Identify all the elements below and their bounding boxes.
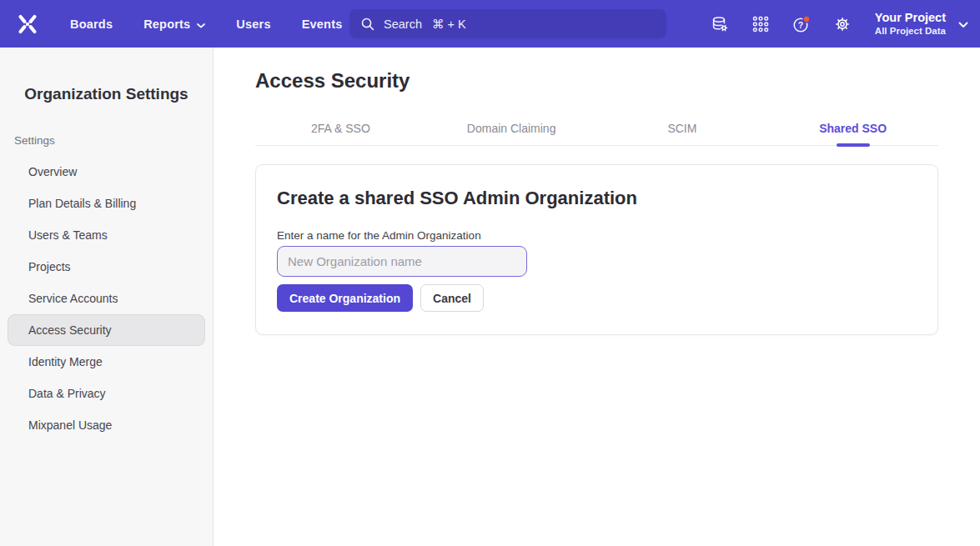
- top-navbar: Boards Reports Users Events Search ⌘ + K: [0, 0, 980, 48]
- primary-nav: Boards Reports Users Events: [70, 18, 342, 31]
- sidebar-item-service-accounts[interactable]: Service Accounts: [8, 283, 205, 314]
- data-management-icon[interactable]: [710, 14, 730, 34]
- search-shortcut: ⌘ + K: [432, 18, 466, 31]
- sidebar-section-label: Settings: [14, 134, 213, 147]
- create-sso-org-card: Create a shared SSO Admin Organization E…: [255, 164, 938, 335]
- chevron-down-icon: [958, 17, 968, 32]
- settings-gear-icon[interactable]: [832, 14, 852, 34]
- nav-item-users[interactable]: Users: [236, 18, 270, 31]
- notification-dot: [803, 16, 810, 23]
- sidebar-item-data-privacy[interactable]: Data & Privacy: [8, 378, 205, 409]
- project-name: Your Project: [875, 10, 946, 26]
- help-icon[interactable]: ?: [792, 14, 812, 34]
- sidebar-item-plan-details-billing[interactable]: Plan Details & Billing: [8, 188, 205, 219]
- project-data-view: All Project Data: [875, 25, 946, 38]
- sidebar-item-mixpanel-usage[interactable]: Mixpanel Usage: [8, 409, 205, 441]
- main-content: Access Security 2FA & SSO Domain Claimin…: [214, 48, 980, 546]
- create-organization-button[interactable]: Create Organization: [277, 284, 413, 312]
- cancel-button[interactable]: Cancel: [420, 284, 484, 312]
- settings-sidebar: Organization Settings Settings Overview …: [0, 48, 214, 546]
- sidebar-item-projects[interactable]: Projects: [8, 251, 205, 283]
- apps-grid-icon[interactable]: [751, 14, 771, 34]
- project-switcher[interactable]: Your Project All Project Data: [875, 10, 968, 38]
- page-layout: Organization Settings Settings Overview …: [0, 48, 980, 546]
- search-icon: [359, 16, 375, 32]
- mixpanel-logo-icon[interactable]: [15, 12, 40, 37]
- button-row: Create Organization Cancel: [277, 284, 917, 312]
- tab-domain-claiming[interactable]: Domain Claiming: [426, 118, 597, 145]
- org-name-label: Enter a name for the Admin Organization: [277, 229, 917, 242]
- tab-shared-sso[interactable]: Shared SSO: [767, 118, 938, 145]
- sidebar-item-identity-merge[interactable]: Identity Merge: [8, 346, 205, 378]
- sidebar-item-overview[interactable]: Overview: [8, 156, 205, 188]
- org-name-input[interactable]: [277, 246, 527, 277]
- search-input[interactable]: Search ⌘ + K: [349, 9, 666, 38]
- page-title: Access Security: [255, 69, 938, 93]
- nav-item-reports[interactable]: Reports: [143, 18, 205, 31]
- navbar-right: ? You: [710, 0, 968, 48]
- tab-scim[interactable]: SCIM: [597, 118, 768, 145]
- nav-item-boards[interactable]: Boards: [70, 18, 113, 31]
- sidebar-list: Overview Plan Details & Billing Users & …: [0, 156, 213, 441]
- sidebar-title: Organization Settings: [0, 85, 213, 103]
- chevron-down-icon: [197, 18, 205, 31]
- help-glyph: ?: [798, 19, 803, 29]
- sidebar-item-users-teams[interactable]: Users & Teams: [8, 219, 205, 251]
- search-placeholder: Search: [384, 18, 422, 31]
- tab-bar: 2FA & SSO Domain Claiming SCIM Shared SS…: [255, 118, 938, 146]
- tab-2fa-sso[interactable]: 2FA & SSO: [255, 118, 426, 145]
- card-heading: Create a shared SSO Admin Organization: [277, 187, 917, 209]
- sidebar-item-access-security[interactable]: Access Security: [8, 314, 205, 346]
- navbar-icon-group: ?: [710, 14, 852, 34]
- nav-item-events[interactable]: Events: [302, 18, 343, 31]
